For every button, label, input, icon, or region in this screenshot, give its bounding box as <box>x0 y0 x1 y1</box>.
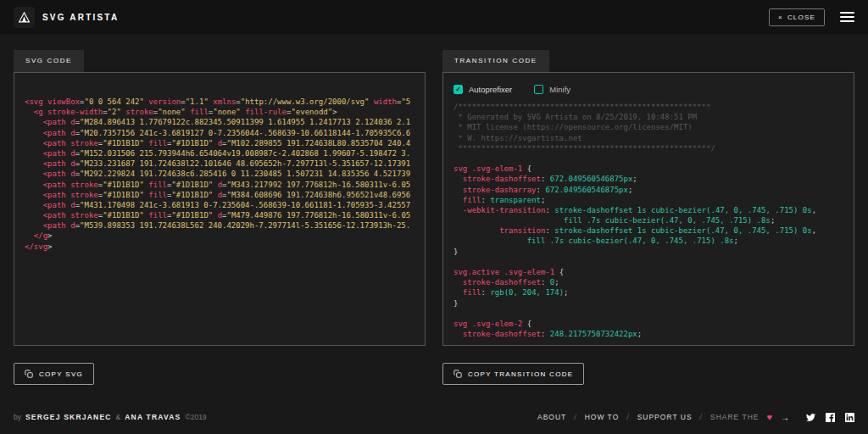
code-line: svg .svg-elem-1 { <box>453 164 843 174</box>
copy-svg-button[interactable]: COPY SVG <box>14 363 94 385</box>
menu-icon[interactable] <box>840 12 854 22</box>
code-line <box>453 309 843 319</box>
logo: SVG ARTISTA <box>14 7 119 28</box>
code-line: <path d="M431.170498 241c-3.681913 0-7.2… <box>25 200 415 210</box>
credits: by SERGEJ SKRJANEC & ANA TRAVAS ©2019 <box>14 413 207 421</box>
autoprefixer-checkbox[interactable]: Autoprefixer <box>453 85 512 94</box>
separator: / <box>574 413 576 421</box>
code-line: <path d="M284.896413 1.77679122c.882345.… <box>25 117 415 127</box>
checkbox-unchecked-icon[interactable] <box>534 85 543 94</box>
author-link-sergej[interactable]: SERGEJ SKRJANEC <box>25 413 112 421</box>
logo-icon <box>14 7 35 28</box>
code-line <box>453 257 843 267</box>
code-line: fill .7s cubic-bezier(.47, 0, .745, .715… <box>453 236 843 246</box>
twitter-icon[interactable] <box>806 413 815 422</box>
credits-by: by <box>14 413 21 421</box>
tab-transition-code: TRANSITION CODE <box>442 50 549 72</box>
about-link[interactable]: ABOUT <box>537 413 566 421</box>
transition-code-editor[interactable]: Autoprefixer Minify /*******************… <box>442 72 854 346</box>
close-icon: × <box>778 14 783 21</box>
code-line: transition: stroke-dashoffset 1s cubic-b… <box>453 225 843 236</box>
code-line: * MIT license (https://opensource.org/li… <box>453 122 843 132</box>
separator: / <box>626 413 629 421</box>
code-line: <path d="M20.7357156 241c-3.6819127 0-7.… <box>25 128 415 138</box>
share-link[interactable]: SHARE THE <box>710 413 760 421</box>
how-to-link[interactable]: HOW TO <box>585 413 620 421</box>
code-line: svg .svg-elem-2 { <box>453 319 843 329</box>
header-actions: × CLOSE <box>769 8 854 26</box>
code-line: <path stroke="#1D1B1D" fill="#1D1B1D" d=… <box>25 180 415 190</box>
copy-transition-code-label: COPY TRANSITION CODE <box>468 370 573 378</box>
code-line: <path d="M233.231687 191.724638l22.10164… <box>25 159 415 169</box>
social-icons <box>806 413 854 422</box>
svg-code-editor[interactable]: <svg viewBox="0 0 564 242" version="1.1"… <box>14 72 426 346</box>
close-button[interactable]: × CLOSE <box>769 8 825 26</box>
code-line: </g> <box>25 231 415 241</box>
code-line: * Generated by SVG Artista on 8/25/2019,… <box>453 112 843 122</box>
code-line: <path d="M539.898353 191.724638L562 240.… <box>25 220 415 231</box>
code-line: ****************************************… <box>453 143 843 153</box>
code-options: Autoprefixer Minify <box>443 73 854 96</box>
separator: / <box>700 413 703 421</box>
code-line: <path d="M292.229824 191.724638c6.285416… <box>25 169 415 179</box>
code-line: <svg viewBox="0 0 564 242" version="1.1"… <box>25 97 415 107</box>
code-line: stroke-dashoffset: 672.049560546875px; <box>453 174 843 184</box>
linkedin-icon[interactable] <box>845 413 854 422</box>
code-line: -webkit-transition: stroke-dashoffset 1s… <box>453 205 843 215</box>
copyright-year: ©2019 <box>185 413 206 421</box>
autoprefixer-label: Autoprefixer <box>469 85 512 94</box>
code-line: </svg> <box>25 242 415 252</box>
checkbox-checked-icon[interactable] <box>453 85 463 94</box>
footer: by SERGEJ SKRJANEC & ANA TRAVAS ©2019 AB… <box>0 400 868 434</box>
arrow-right-icon: → <box>781 413 790 422</box>
code-line: fill: transparent; <box>453 195 843 205</box>
close-button-label: CLOSE <box>787 14 815 21</box>
copy-icon <box>453 370 462 378</box>
code-line: stroke-dashoffset: 0; <box>453 277 843 287</box>
svg-code[interactable]: <svg viewBox="0 0 564 242" version="1.1"… <box>14 73 425 262</box>
code-line: } <box>453 298 843 309</box>
code-line: stroke-dasharray: 672.049560546875px; <box>453 185 843 195</box>
minify-checkbox[interactable]: Minify <box>534 85 570 94</box>
copy-transition-code-button[interactable]: COPY TRANSITION CODE <box>442 363 584 385</box>
tab-svg-code: SVG CODE <box>14 50 84 72</box>
transition-code-panel: TRANSITION CODE Autoprefixer Minify /***… <box>442 50 854 385</box>
transition-code[interactable]: /***************************************… <box>443 96 854 346</box>
copy-svg-label: COPY SVG <box>39 370 83 378</box>
svg-artista-app: SVG ARTISTA × CLOSE SVG CODE <svg viewBo… <box>0 0 868 434</box>
code-line: stroke-dashoffset: 248.2175750732422px; <box>453 329 843 339</box>
code-line: svg.active .svg-elem-1 { <box>453 267 843 277</box>
facebook-icon[interactable] <box>826 413 835 422</box>
code-line: /***************************************… <box>453 102 843 112</box>
credits-amp: & <box>116 413 121 421</box>
heart-icon: ♥ <box>766 413 773 422</box>
code-line: <path d="M152.031506 215.793944h6.654064… <box>25 148 415 159</box>
author-link-ana[interactable]: ANA TRAVAS <box>125 413 181 421</box>
code-line: <g stroke-width="2" stroke="none" fill="… <box>25 107 415 117</box>
code-line: <path stroke="#1D1B1D" fill="#1D1B1D" d=… <box>25 138 415 148</box>
code-line: } <box>453 247 843 257</box>
footer-links: ABOUT / HOW TO / SUPPORT US / SHARE THE … <box>537 413 854 422</box>
app-title: SVG ARTISTA <box>42 13 119 22</box>
code-line <box>453 153 843 164</box>
code-line: <path stroke="#1D1B1D" fill="#1D1B1D" d=… <box>25 190 415 200</box>
svg-code-panel: SVG CODE <svg viewBox="0 0 564 242" vers… <box>14 50 426 385</box>
copy-icon <box>25 370 33 378</box>
minify-label: Minify <box>549 85 570 94</box>
code-line: * W. https://svgartista.net <box>453 133 843 143</box>
code-line: fill: rgb(0, 204, 174); <box>453 287 843 298</box>
code-line: <path stroke="#1D1B1D" fill="#1D1B1D" d=… <box>25 210 415 220</box>
code-line: fill .7s cubic-bezier(.47, 0, .745, .715… <box>453 215 843 225</box>
header: SVG ARTISTA × CLOSE <box>0 0 868 34</box>
support-us-link[interactable]: SUPPORT US <box>637 413 693 421</box>
